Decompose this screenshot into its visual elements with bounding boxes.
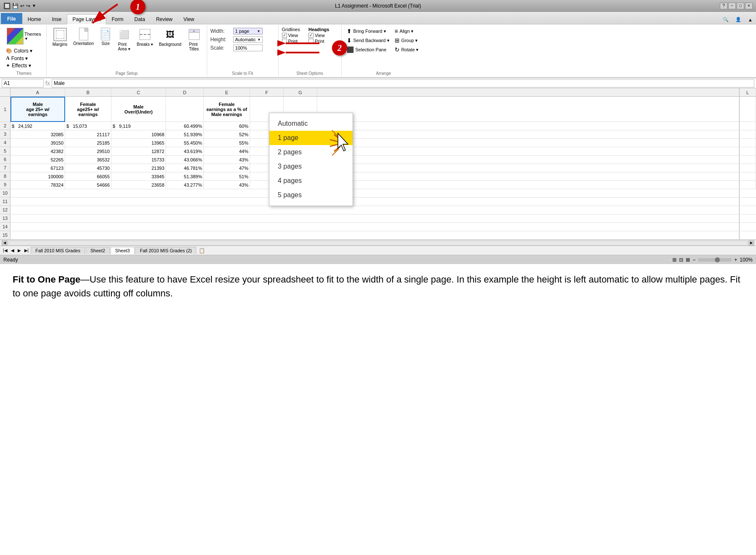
scroll-right-btn[interactable]: ▶ <box>748 240 754 246</box>
cell-e3[interactable]: 52% <box>204 130 250 138</box>
width-dropdown[interactable]: 1 page ▼ <box>233 28 263 34</box>
cell-l1[interactable] <box>739 97 756 122</box>
cell-c7[interactable]: 21393 <box>111 164 166 172</box>
colors-btn[interactable]: 🎨 Colors ▾ <box>5 48 33 54</box>
cell-c9[interactable]: 23658 <box>111 181 166 189</box>
cell-l9[interactable] <box>739 181 756 189</box>
cell-e2[interactable]: 60% <box>204 122 250 130</box>
align-btn[interactable]: ≡ Align ▾ <box>393 27 420 35</box>
cell-b8[interactable]: 66055 <box>65 172 111 180</box>
selection-pane-btn[interactable]: ⬛ Selection Pane <box>345 45 391 54</box>
effects-btn[interactable]: ✦ Effects ▾ <box>5 62 32 69</box>
cell-e4[interactable]: 55% <box>204 139 250 147</box>
col-header-D[interactable]: D <box>166 88 204 96</box>
cell-e5[interactable]: 44% <box>204 147 250 155</box>
cell-a4[interactable]: 39150 <box>11 139 65 147</box>
cell-b4[interactable]: 25185 <box>65 139 111 147</box>
group-btn[interactable]: ⊞ Group ▾ <box>393 36 420 45</box>
print-area-btn[interactable]: ⬜ PrintArea ▾ <box>115 27 133 52</box>
quick-access-dropdown[interactable]: ▼ <box>32 3 36 8</box>
cell-l8[interactable] <box>739 172 756 180</box>
col-header-E[interactable]: E <box>204 88 250 96</box>
background-btn[interactable]: 🖼 Background <box>156 27 184 48</box>
cell-a7[interactable]: 67123 <box>11 164 65 172</box>
cell-d8[interactable]: 51.389% <box>166 172 204 180</box>
cell-l4[interactable] <box>739 139 756 147</box>
cell-l7[interactable] <box>739 164 756 172</box>
sheet-tab-nav-next[interactable]: ▶ <box>16 248 22 253</box>
minimize-btn[interactable]: − <box>728 3 736 9</box>
redo-icon[interactable]: ↪ <box>26 3 30 9</box>
tab-view[interactable]: View <box>178 14 200 24</box>
cell-d1[interactable] <box>166 97 204 122</box>
height-dropdown[interactable]: Automatic ▼ <box>233 36 263 43</box>
cell-a3[interactable]: 32085 <box>11 130 65 138</box>
formula-input[interactable] <box>52 79 754 87</box>
cell-l6[interactable] <box>739 156 756 164</box>
page-layout-view-btn[interactable]: ⊟ <box>679 257 683 263</box>
help-icon[interactable]: ? <box>720 3 727 9</box>
cell-b9[interactable]: 54666 <box>65 181 111 189</box>
col-header-B[interactable]: B <box>65 88 111 96</box>
cell-d9[interactable]: 43.277% <box>166 181 204 189</box>
cell-a8[interactable]: 100000 <box>11 172 65 180</box>
tab-data[interactable]: Data <box>129 14 150 24</box>
cell-a5[interactable]: 42382 <box>11 147 65 155</box>
sheet-tab-insert-icon[interactable]: 📋 <box>197 248 207 254</box>
cell-b7[interactable]: 45730 <box>65 164 111 172</box>
cell-d7[interactable]: 46.781% <box>166 164 204 172</box>
cell-a9[interactable]: 78324 <box>11 181 65 189</box>
tab-insert[interactable]: Inse <box>47 14 67 24</box>
dropdown-item-4pages[interactable]: 4 pages <box>269 174 353 188</box>
size-btn[interactable]: 📄 Size <box>97 27 114 47</box>
sheet-tab-sheet2[interactable]: Sheet2 <box>86 247 110 254</box>
margins-btn[interactable]: Margins <box>50 27 70 48</box>
zoom-in-btn[interactable]: + <box>734 257 737 263</box>
print-titles-btn[interactable]: ═ PrintTitles <box>185 27 203 52</box>
tab-review[interactable]: Review <box>150 14 178 24</box>
sheet-tab-nav-prev[interactable]: ◀ <box>10 248 16 253</box>
zoom-out-btn[interactable]: − <box>693 257 695 263</box>
sheet-tab-sheet3[interactable]: Sheet3 <box>111 247 134 254</box>
cell-a1[interactable]: Maleage 25+ w/earnings <box>11 97 65 122</box>
col-header-F[interactable]: F <box>250 88 284 96</box>
cell-l5[interactable] <box>739 147 756 155</box>
cell-d2[interactable]: 60.499% <box>166 122 204 130</box>
cell-e9[interactable]: 43% <box>204 181 250 189</box>
orientation-btn[interactable]: Orientation <box>71 27 96 47</box>
cell-c2[interactable]: $ 9,119 <box>111 122 166 130</box>
close-btn[interactable]: × <box>745 3 753 9</box>
cell-c3[interactable]: 10968 <box>111 130 166 138</box>
cell-b3[interactable]: 21117 <box>65 130 111 138</box>
normal-view-btn[interactable]: ⊞ <box>672 257 677 263</box>
cell-d6[interactable]: 43.066% <box>166 156 204 164</box>
themes-btn[interactable]: Themes ▼ <box>5 27 43 45</box>
quick-save-icon[interactable]: 💾 <box>12 3 18 9</box>
rotate-btn[interactable]: ↻ Rotate ▾ <box>393 45 420 54</box>
page-break-view-btn[interactable]: ⊠ <box>686 257 690 263</box>
tab-file[interactable]: File <box>1 13 22 24</box>
sheet-tab-fall-2010[interactable]: Fall 2010 MIS Grades <box>31 247 85 254</box>
cell-l2[interactable] <box>739 122 756 130</box>
cell-d4[interactable]: 55.450% <box>166 139 204 147</box>
help-search[interactable]: 🔍 <box>719 15 732 24</box>
cell-c1[interactable]: MaleOver/(Under) <box>111 97 166 122</box>
cell-e1[interactable]: Femaleearnings as a % ofMale earnings <box>204 97 250 122</box>
scroll-left-btn[interactable]: ◀ <box>2 240 8 246</box>
cell-b5[interactable]: 29510 <box>65 147 111 155</box>
cell-c8[interactable]: 33945 <box>111 172 166 180</box>
col-header-G[interactable]: G <box>284 88 317 96</box>
sheet-tab-nav-last[interactable]: ▶| <box>23 248 30 253</box>
tab-home[interactable]: Home <box>22 14 47 24</box>
themes-dropdown-arrow[interactable]: ▼ <box>24 37 41 41</box>
dropdown-item-5pages[interactable]: 5 pages <box>269 188 353 202</box>
send-backward-btn[interactable]: ⬇ Send Backward ▾ <box>345 36 391 45</box>
cell-c6[interactable]: 15733 <box>111 156 166 164</box>
account-icon[interactable]: 👤 <box>732 15 745 24</box>
cell-a2[interactable]: $ 24,192 <box>11 122 65 130</box>
cell-e6[interactable]: 43% <box>204 156 250 164</box>
cell-b1[interactable]: Femaleage25+ w/earnings <box>65 97 111 122</box>
cell-b2[interactable]: $ 15,073 <box>65 122 111 130</box>
cell-c5[interactable]: 12872 <box>111 147 166 155</box>
sheet-tab-fall-2010-2[interactable]: Fall 2010 MIS Grades (2) <box>135 247 197 254</box>
